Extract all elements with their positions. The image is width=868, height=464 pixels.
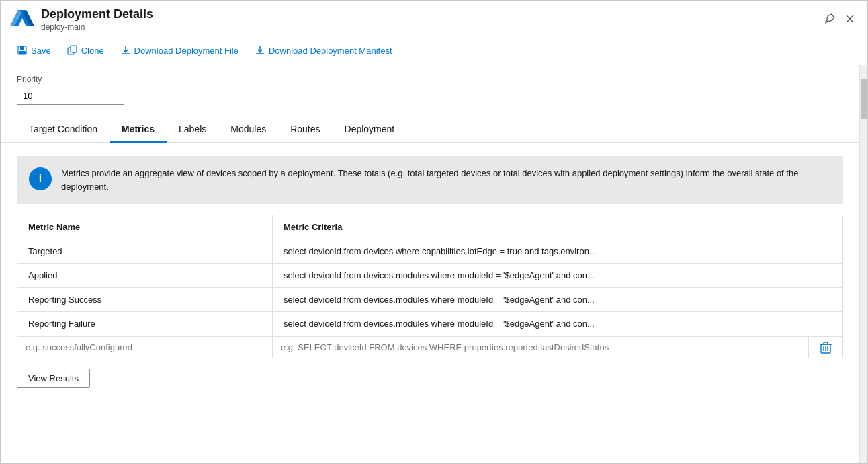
- tab-labels[interactable]: Labels: [167, 118, 218, 143]
- metric-name-input[interactable]: [17, 337, 273, 358]
- pin-icon: [824, 13, 835, 24]
- metric-name-cell: Targeted: [17, 239, 273, 263]
- tab-metrics[interactable]: Metrics: [110, 118, 167, 143]
- clone-icon: [67, 45, 78, 56]
- close-button[interactable]: [842, 11, 858, 28]
- delete-metric-button[interactable]: [809, 337, 842, 358]
- tabs-container: Target Condition Metrics Labels Modules …: [1, 110, 859, 143]
- title-left: Deployment Details deploy-main: [10, 7, 153, 32]
- svg-rect-11: [71, 46, 77, 52]
- clone-button[interactable]: Clone: [60, 42, 111, 59]
- table-row: Reporting Success select deviceId from d…: [17, 288, 842, 312]
- metric-criteria-cell: select deviceId from devices.modules whe…: [273, 288, 842, 311]
- priority-section: Priority: [1, 65, 859, 110]
- save-icon: [17, 45, 28, 56]
- metric-criteria-cell: select deviceId from devices where capab…: [273, 239, 842, 263]
- title-actions: [820, 11, 858, 29]
- deployment-details-window: Deployment Details deploy-main: [0, 0, 868, 464]
- pin-button[interactable]: [820, 11, 839, 29]
- delete-icon: [819, 341, 832, 354]
- azure-logo-icon: [10, 7, 34, 32]
- info-text: Metrics provide an aggregate view of dev…: [61, 167, 831, 193]
- info-icon: i: [29, 167, 52, 190]
- metrics-table: Metric Name Metric Criteria Targeted sel…: [17, 215, 843, 336]
- metric-name-cell: Applied: [17, 264, 273, 287]
- tab-modules[interactable]: Modules: [218, 118, 278, 143]
- svg-rect-9: [19, 51, 26, 54]
- title-text-group: Deployment Details deploy-main: [41, 7, 153, 32]
- metric-name-cell: Reporting Success: [17, 288, 273, 311]
- save-button[interactable]: Save: [10, 42, 58, 59]
- metric-criteria-cell: select deviceId from devices.modules whe…: [273, 264, 842, 287]
- window-subtitle: deploy-main: [41, 22, 153, 32]
- download-manifest-icon: [255, 45, 265, 56]
- table-row: Targeted select deviceId from devices wh…: [17, 239, 842, 264]
- scrollbar-thumb[interactable]: [861, 79, 867, 119]
- tab-routes[interactable]: Routes: [278, 118, 332, 143]
- window-title: Deployment Details: [41, 7, 153, 22]
- view-results-button[interactable]: View Results: [17, 369, 90, 388]
- metric-criteria-input[interactable]: [273, 337, 809, 358]
- main-content: Priority Target Condition Metrics Labels: [1, 65, 859, 463]
- priority-label: Priority: [17, 75, 843, 84]
- svg-rect-8: [20, 46, 24, 50]
- metric-criteria-cell: select deviceId from devices.modules whe…: [273, 312, 842, 336]
- toolbar: Save Clone Download Deployment File: [1, 36, 867, 65]
- info-banner: i Metrics provide an aggregate view of d…: [17, 156, 843, 204]
- tab-target-condition[interactable]: Target Condition: [17, 118, 110, 143]
- download-manifest-button[interactable]: Download Deployment Manifest: [248, 42, 399, 59]
- metrics-table-header: Metric Name Metric Criteria: [17, 215, 842, 239]
- download-file-button[interactable]: Download Deployment File: [114, 42, 245, 59]
- tabs: Target Condition Metrics Labels Modules …: [17, 118, 843, 142]
- table-row: Applied select deviceId from devices.mod…: [17, 264, 842, 288]
- tab-deployment[interactable]: Deployment: [333, 118, 407, 143]
- metric-name-header: Metric Name: [17, 215, 273, 239]
- close-icon: [846, 15, 854, 23]
- metrics-input-row: [17, 336, 843, 358]
- metric-name-cell: Reporting Failure: [17, 312, 273, 336]
- download-file-icon: [120, 45, 131, 56]
- content-area: Priority Target Condition Metrics Labels: [1, 65, 867, 463]
- title-bar: Deployment Details deploy-main: [1, 1, 867, 36]
- scrollbar[interactable]: [859, 65, 867, 463]
- table-row: Reporting Failure select deviceId from d…: [17, 312, 842, 336]
- metric-criteria-header: Metric Criteria: [273, 215, 842, 239]
- priority-input[interactable]: [17, 87, 124, 105]
